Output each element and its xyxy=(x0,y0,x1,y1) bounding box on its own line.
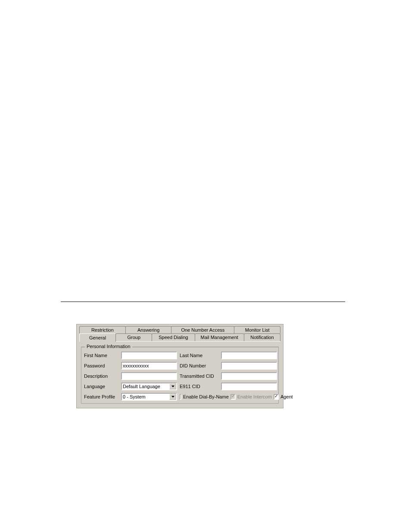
tab-group[interactable]: Group xyxy=(115,333,152,341)
language-select-value: Default Language xyxy=(122,384,169,389)
personal-information-group: Personal Information First Name Last Nam… xyxy=(81,347,279,404)
tab-monitor-list[interactable]: Monitor List xyxy=(234,326,280,333)
tab-page-general: Personal Information First Name Last Nam… xyxy=(79,341,280,405)
tab-one-number-access[interactable]: One Number Access xyxy=(171,326,234,333)
tab-answering[interactable]: Answering xyxy=(125,326,172,333)
chevron-down-icon[interactable] xyxy=(169,394,176,400)
agent-checkbox[interactable] xyxy=(274,394,279,400)
enable-intercom-label: Enable Intercom xyxy=(237,394,272,399)
personal-info-form: First Name Last Name Password DID Number… xyxy=(84,352,276,401)
did-number-label: DID Number xyxy=(180,363,218,368)
e911-cid-field[interactable] xyxy=(221,383,277,390)
enable-dial-by-name-checkbox[interactable] xyxy=(180,394,181,400)
checkbox-row: Enable Dial-By-Name Enable Intercom Agen… xyxy=(180,394,277,400)
tab-general[interactable]: General xyxy=(79,333,116,342)
description-label: Description xyxy=(84,373,118,379)
enable-intercom-checkbox xyxy=(230,394,236,400)
tab-notification[interactable]: Notification xyxy=(244,333,280,341)
last-name-label: Last Name xyxy=(180,353,218,358)
feature-profile-label: Feature Profile xyxy=(84,394,118,399)
password-field[interactable] xyxy=(121,362,177,370)
first-name-field[interactable] xyxy=(121,352,177,359)
tab-strip: Restriction Answering One Number Access … xyxy=(77,324,283,341)
enable-dial-by-name-label: Enable Dial-By-Name xyxy=(183,394,229,399)
section-divider xyxy=(61,302,345,302)
tab-row-back: Restriction Answering One Number Access … xyxy=(79,326,280,333)
first-name-label: First Name xyxy=(84,353,118,358)
last-name-field[interactable] xyxy=(221,352,277,359)
config-panel: Restriction Answering One Number Access … xyxy=(76,324,283,408)
feature-profile-select[interactable]: 0 - System xyxy=(121,393,177,401)
description-field[interactable] xyxy=(121,372,177,380)
tab-speed-dialing[interactable]: Speed Dialing xyxy=(152,333,195,341)
tab-row-front: General Group Speed Dialing Mail Managem… xyxy=(79,333,280,341)
feature-profile-select-value: 0 - System xyxy=(122,394,169,399)
password-label: Password xyxy=(84,363,118,368)
chevron-down-icon[interactable] xyxy=(169,383,176,389)
svg-marker-0 xyxy=(171,386,174,387)
groupbox-legend: Personal Information xyxy=(85,344,132,349)
tab-mail-management[interactable]: Mail Management xyxy=(195,333,244,341)
agent-label: Agent xyxy=(280,394,293,399)
language-select[interactable]: Default Language xyxy=(121,383,177,390)
svg-marker-1 xyxy=(171,396,174,398)
transmitted-cid-field[interactable] xyxy=(221,372,277,380)
transmitted-cid-label: Transmitted CID xyxy=(180,373,218,379)
did-number-field[interactable] xyxy=(221,362,277,370)
tab-restriction[interactable]: Restriction xyxy=(79,326,126,333)
language-label: Language xyxy=(84,384,118,389)
e911-cid-label: E911 CID xyxy=(180,384,218,389)
